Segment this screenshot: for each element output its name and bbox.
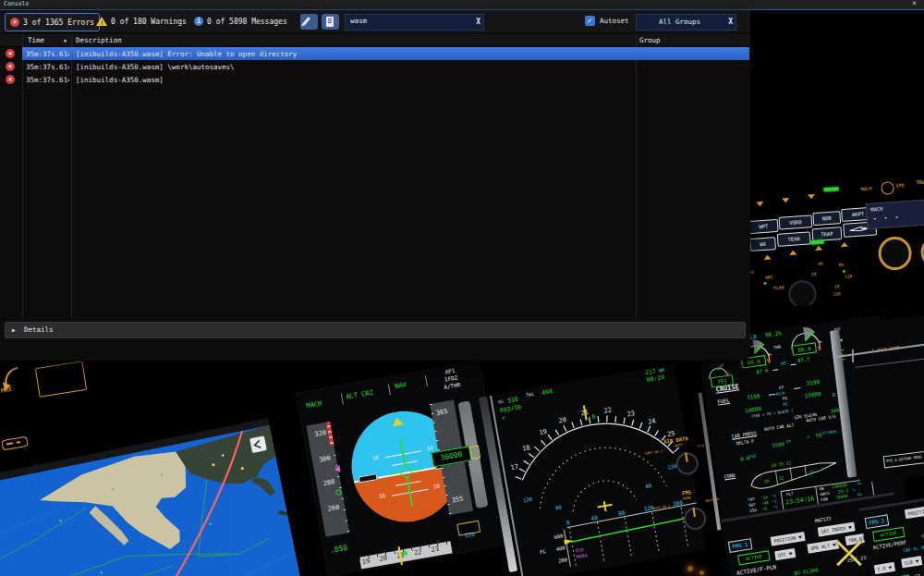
svg-text:200: 200 bbox=[558, 557, 568, 564]
svg-text:600: 600 bbox=[553, 533, 564, 541]
svg-text:22: 22 bbox=[603, 406, 613, 414]
fma-thrust-mode: MACH bbox=[306, 400, 322, 410]
groups-clear-icon[interactable]: X bbox=[728, 18, 733, 26]
svg-text:400: 400 bbox=[555, 545, 565, 552]
warning-icon: ! bbox=[96, 17, 107, 26]
search-input[interactable] bbox=[348, 16, 472, 26]
panel-knob-glow bbox=[699, 570, 704, 575]
copy-button[interactable] bbox=[322, 14, 339, 30]
fcu-lcd: MACH - - - HDG bbox=[866, 199, 924, 229]
baro-setting: STD bbox=[456, 521, 480, 536]
groups-dropdown[interactable]: All Groups X bbox=[636, 14, 736, 31]
trim-indicator-icon bbox=[1, 436, 28, 451]
column-description[interactable]: Description bbox=[76, 36, 122, 44]
log-row[interactable]: × 35m:37s.614 [inibuilds-A350.wasm] bbox=[0, 73, 750, 86]
fpln-page-title: ACTIVE/F-PLN bbox=[736, 564, 777, 576]
log-row[interactable]: × 35m:37s.614 [inibuilds-A350.wasm] \wor… bbox=[0, 60, 750, 73]
tab-sec-index[interactable]: SEC INDEX bbox=[818, 521, 856, 536]
error-icon: × bbox=[6, 49, 15, 58]
heading-select-knob[interactable] bbox=[920, 237, 924, 268]
efis-control-panel: WPT VORD NDB ARPT WX TERR TRAF NAV ARC P… bbox=[735, 171, 924, 309]
standby-window bbox=[35, 361, 87, 398]
efis-indicator-light bbox=[823, 187, 838, 191]
error-icon: × bbox=[6, 62, 15, 71]
autoset-checkbox[interactable]: ✓ bbox=[585, 16, 595, 26]
document-icon bbox=[326, 17, 334, 27]
nd-mode-knob[interactable] bbox=[787, 279, 817, 309]
svg-text:MORA: MORA bbox=[576, 552, 588, 559]
svg-text:23: 23 bbox=[626, 410, 636, 418]
cab-vs-arrow-icon: ⇗ bbox=[806, 434, 810, 440]
clb-button[interactable]: CLB bbox=[901, 556, 922, 568]
glareshield-edge bbox=[852, 349, 854, 362]
map-display bbox=[0, 418, 308, 576]
mach-readout: .850 bbox=[330, 545, 349, 556]
efis-ndb-button[interactable]: NDB bbox=[812, 211, 841, 226]
column-time[interactable]: Time bbox=[28, 36, 44, 44]
efis-terr-button[interactable]: TERR bbox=[777, 231, 811, 246]
svg-text:120: 120 bbox=[523, 496, 533, 504]
efis-vord-button[interactable]: VORD bbox=[779, 214, 813, 229]
warnings-filter-button[interactable]: ! 0 of 180 Warnings bbox=[96, 13, 187, 30]
svg-text:17: 17 bbox=[510, 463, 519, 472]
console-toolbar: × 3 of 1365 Errors ! 0 of 180 Warnings i… bbox=[0, 10, 750, 32]
svg-text:0: 0 bbox=[591, 412, 596, 420]
pfd-display: MACH ALT CRZ NAV AP1 1FD2 A/THR 320 300 … bbox=[296, 361, 512, 576]
search-clear-icon[interactable]: X bbox=[476, 18, 480, 26]
speed-target-icon bbox=[334, 465, 340, 473]
efis-traf-button[interactable]: TRAF bbox=[812, 227, 843, 241]
fma-athr-status: A/THR bbox=[444, 382, 461, 391]
efis-wx-button[interactable]: WX bbox=[749, 237, 776, 251]
spd-mach-knob[interactable] bbox=[881, 181, 894, 195]
sort-arrow-icon: ▲ bbox=[64, 37, 67, 43]
svg-text:24: 24 bbox=[648, 417, 657, 425]
speed-tape: 320 300 280 260 bbox=[306, 422, 349, 537]
fma-vertical-mode: ALT CRZ bbox=[346, 390, 373, 402]
window-title: Console bbox=[4, 1, 29, 7]
heading-scale: 19 20 21 22 23 bbox=[359, 541, 453, 569]
svg-text:80: 80 bbox=[555, 504, 563, 510]
tab-position[interactable]: POSITION bbox=[771, 532, 806, 546]
fms-switch[interactable] bbox=[683, 506, 708, 531]
svg-text:18: 18 bbox=[522, 444, 531, 452]
table-header: Time ▲ Description Group bbox=[0, 34, 750, 47]
fma-lateral-mode: NAV bbox=[395, 382, 407, 391]
efis-indicator-light bbox=[810, 239, 823, 244]
fms1-status: ACTIVE bbox=[737, 550, 770, 565]
panel-knob-glow bbox=[687, 566, 693, 571]
fms1-source-button[interactable]: FMS 1 bbox=[728, 538, 752, 553]
fms2-source-button[interactable]: FMS 2 bbox=[865, 514, 889, 529]
console-window: × 3 of 1365 Errors ! 0 of 180 Warnings i… bbox=[0, 10, 750, 361]
column-group[interactable]: Group bbox=[639, 36, 661, 44]
overspeed-band bbox=[326, 422, 334, 446]
rte-prog-button[interactable]: RTE & DETOUR PROG bbox=[883, 449, 924, 469]
autoset-label: Autoset bbox=[600, 18, 629, 25]
col-utc: UTC bbox=[774, 548, 796, 560]
svg-text:80: 80 bbox=[618, 509, 626, 516]
close-icon[interactable]: × bbox=[912, 0, 917, 8]
clear-console-button[interactable] bbox=[300, 14, 318, 30]
svg-text:20: 20 bbox=[558, 416, 567, 424]
page-title: CRUISE bbox=[715, 384, 739, 394]
air-data-switch[interactable] bbox=[675, 451, 699, 476]
to-button[interactable]: T.O bbox=[874, 562, 895, 574]
svg-text:19: 19 bbox=[539, 428, 548, 436]
svg-text:FL: FL bbox=[540, 548, 547, 555]
console-titlebar[interactable]: Console × bbox=[0, 0, 924, 10]
mouse-cursor-icon bbox=[833, 537, 866, 570]
speed-select-knob[interactable] bbox=[877, 236, 912, 271]
svg-text:0: 0 bbox=[565, 519, 570, 526]
messages-filter-button[interactable]: i 0 of 5898 Messages bbox=[194, 13, 287, 30]
screen: MAX bbox=[0, 0, 924, 576]
callsign: ANZ123 bbox=[814, 516, 832, 523]
error-icon: × bbox=[6, 75, 15, 84]
details-expander[interactable]: ▶ Details bbox=[5, 322, 746, 338]
expand-arrow-icon: ▶ bbox=[12, 326, 16, 333]
errors-filter-button[interactable]: × 3 of 1365 Errors bbox=[5, 13, 100, 31]
efis-wpt-button[interactable]: WPT bbox=[748, 219, 779, 234]
search-box: X bbox=[345, 14, 484, 31]
tab-position[interactable]: POSITION bbox=[905, 505, 924, 520]
error-icon: × bbox=[10, 18, 19, 27]
log-row[interactable]: × 35m:37s.614 [inibuilds-A350.wasm] Erro… bbox=[0, 47, 750, 60]
pencil-icon bbox=[302, 17, 310, 26]
